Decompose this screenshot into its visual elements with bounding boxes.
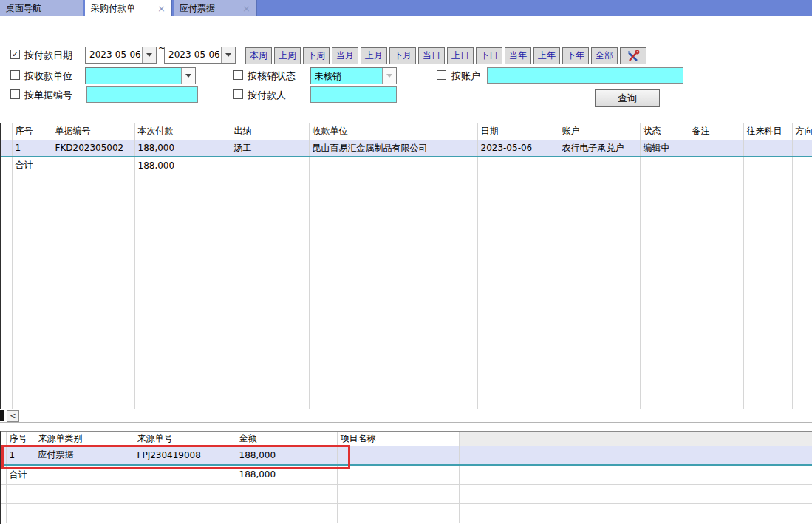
- date-range-button[interactable]: 本周: [245, 47, 272, 64]
- checkbox-doc-number[interactable]: [10, 89, 20, 99]
- column-header[interactable]: 单据编号: [52, 123, 134, 140]
- cell: [477, 276, 559, 293]
- query-button[interactable]: 查询: [595, 89, 660, 107]
- account-label: 按账户: [451, 69, 480, 83]
- cell[interactable]: 应付票据: [35, 446, 134, 465]
- date-range-button[interactable]: 上年: [533, 47, 560, 64]
- cell: [12, 191, 52, 208]
- column-header[interactable]: 来源单号: [134, 432, 236, 446]
- cell: [640, 344, 689, 361]
- chevron-down-icon[interactable]: [181, 68, 195, 84]
- date-range-button[interactable]: 全部: [591, 47, 618, 64]
- close-icon[interactable]: ×: [223, 3, 250, 14]
- date-range-button[interactable]: 上周: [274, 47, 301, 64]
- payer-input[interactable]: [310, 86, 397, 103]
- doc-number-input[interactable]: [86, 86, 198, 103]
- cell[interactable]: 昆山百易汇金属制品有限公司: [309, 140, 477, 157]
- filter-panel: 按付款日期 2023-05-06 ~ 2023-05-06 本周上周下周当月上月…: [0, 16, 812, 123]
- cell[interactable]: 农行电子承兑户: [559, 140, 640, 157]
- cell: [477, 310, 559, 327]
- cell: [792, 378, 812, 395]
- column-header[interactable]: 日期: [477, 123, 559, 140]
- tools-button[interactable]: [620, 47, 646, 64]
- tab-payable-notes[interactable]: 应付票据 ×: [174, 0, 257, 16]
- cell: [12, 327, 52, 344]
- cell: [337, 503, 459, 523]
- cell[interactable]: 编辑中: [640, 140, 689, 157]
- cell[interactable]: [743, 140, 792, 157]
- total-cell: [337, 465, 459, 484]
- cell[interactable]: 1: [6, 446, 35, 465]
- cell: [792, 259, 812, 276]
- cell[interactable]: 1: [12, 140, 52, 157]
- checkbox-payer[interactable]: [233, 89, 243, 99]
- cell: [459, 446, 812, 465]
- cell[interactable]: FKD202305002: [52, 140, 134, 157]
- cell[interactable]: [689, 140, 743, 157]
- column-header[interactable]: 方向: [792, 123, 812, 140]
- column-header[interactable]: 本次付款: [134, 123, 231, 140]
- cell: [52, 327, 134, 344]
- column-header[interactable]: 出纳: [231, 123, 309, 140]
- scroll-left-button[interactable]: <: [7, 410, 19, 422]
- date-range-button[interactable]: 当年: [505, 47, 531, 64]
- column-header[interactable]: 金额: [236, 432, 337, 446]
- column-header[interactable]: 往来科目: [743, 123, 792, 140]
- cell: [134, 293, 231, 310]
- cell[interactable]: 汤工: [231, 140, 309, 157]
- cell: [743, 191, 792, 208]
- date-range-button[interactable]: 下年: [562, 47, 589, 64]
- date-range-button[interactable]: 上日: [447, 47, 474, 64]
- verify-status-combo[interactable]: 未核销: [310, 67, 397, 84]
- cell: [559, 259, 640, 276]
- cell[interactable]: 2023-05-06: [477, 140, 559, 157]
- tab-purchase-payment[interactable]: 采购付款单 ×: [85, 0, 172, 16]
- row-selector: [1, 208, 12, 225]
- checkbox-payee-unit[interactable]: [10, 70, 20, 80]
- column-header[interactable]: 序号: [6, 432, 35, 446]
- date-from-combo[interactable]: 2023-05-06: [85, 47, 157, 64]
- column-header[interactable]: 来源单类别: [35, 432, 134, 446]
- date-range-button[interactable]: 当月: [332, 47, 358, 64]
- table-row[interactable]: 1FKD202305002188,000汤工昆山百易汇金属制品有限公司2023-…: [1, 140, 812, 157]
- date-range-button[interactable]: 下日: [476, 47, 502, 64]
- cell: [689, 208, 743, 225]
- column-header[interactable]: 序号: [12, 123, 52, 140]
- account-input[interactable]: [487, 67, 683, 84]
- total-cell: 合计: [6, 465, 35, 484]
- date-range-button[interactable]: 当日: [418, 47, 445, 64]
- scrollbar-thumb[interactable]: [0, 410, 4, 421]
- chevron-down-icon[interactable]: [142, 47, 156, 63]
- column-header[interactable]: 备注: [689, 123, 743, 140]
- column-header[interactable]: 账户: [559, 123, 640, 140]
- date-to-combo[interactable]: 2023-05-06: [164, 47, 236, 64]
- row-selector[interactable]: [1, 140, 12, 157]
- column-header[interactable]: 状态: [640, 123, 689, 140]
- cell[interactable]: FPJ230419008: [134, 446, 236, 465]
- cell[interactable]: [337, 446, 459, 465]
- pay-date-label: 按付款日期: [24, 49, 72, 62]
- payee-unit-combo[interactable]: [85, 67, 196, 84]
- empty-row: [1, 361, 812, 378]
- cell: [231, 378, 309, 395]
- tab-desktop-nav[interactable]: 桌面导航: [0, 0, 83, 16]
- close-icon[interactable]: ×: [138, 3, 166, 14]
- date-range-button[interactable]: 下月: [389, 47, 416, 64]
- cell: [309, 310, 477, 327]
- cell: [640, 395, 689, 409]
- date-range-button[interactable]: 下周: [303, 47, 330, 64]
- checkbox-account[interactable]: [437, 70, 446, 80]
- date-range-button[interactable]: 上月: [361, 47, 387, 64]
- horizontal-scrollbar[interactable]: <: [0, 409, 812, 423]
- cell[interactable]: 188,000: [134, 140, 231, 157]
- cell[interactable]: [792, 140, 812, 157]
- table-row[interactable]: 1应付票据FPJ230419008188,000: [1, 446, 812, 465]
- checkbox-verify-status[interactable]: [233, 70, 243, 80]
- chevron-down-icon[interactable]: [221, 47, 235, 63]
- column-header[interactable]: 项目名称: [337, 432, 459, 446]
- column-header[interactable]: 收款单位: [309, 123, 477, 140]
- total-cell: [640, 157, 689, 174]
- cell: [459, 503, 812, 523]
- checkbox-pay-date[interactable]: [10, 50, 20, 59]
- cell[interactable]: 188,000: [236, 446, 337, 465]
